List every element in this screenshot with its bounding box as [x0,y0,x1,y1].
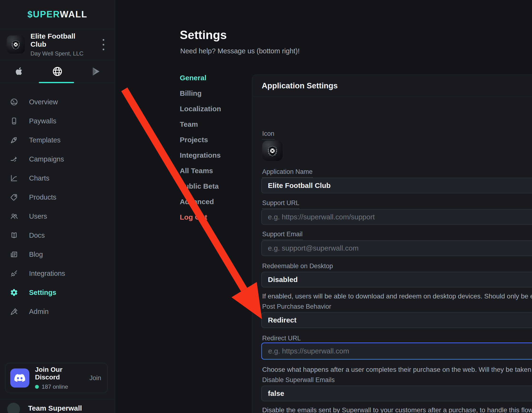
sidebar-nav: Overview Paywalls Templates Campaigns [0,83,115,321]
panel-header: Application Settings [252,75,532,97]
support-url-input[interactable] [261,209,532,225]
sidebar-item-blog[interactable]: Blog [0,245,115,264]
sidebar-item-admin[interactable]: Admin [0,302,115,321]
team-name: Team Superwall [28,403,82,412]
gear-icon [10,288,19,297]
workspace-name: Elite Football Club [30,32,93,48]
sidebar-item-products[interactable]: Products [0,188,115,207]
page-title: Settings [180,28,227,42]
redeemable-helper-text: If enabled, users will be able to downlo… [262,292,532,300]
redirect-url-input[interactable] [261,343,532,360]
application-icon-upload[interactable] [262,141,283,161]
workspace-switcher[interactable]: Elite Football Club Day Well Spent, LLC [0,29,115,60]
redirect-url-helper-text: Choose what happens after a user complet… [262,366,532,374]
chart-icon [10,174,19,183]
tab-web[interactable] [38,60,77,83]
panel-body: Icon Application Name [252,97,532,413]
sidebar-item-label: Settings [29,289,56,297]
discord-logo-icon [14,374,26,382]
workspace-meta: Elite Football Club Day Well Spent, LLC [30,32,93,57]
sidebar-spacer [0,321,115,363]
application-settings-panel: Application Settings Icon [252,75,532,413]
sidebar-item-paywalls[interactable]: Paywalls [0,111,115,131]
discord-title: Join Our Discord [35,366,84,381]
sidebar-item-label: Templates [29,136,60,144]
sidebar-item-label: Campaigns [29,155,64,163]
subnav-localization[interactable]: Localization [180,105,221,120]
subnav-billing[interactable]: Billing [180,89,221,105]
sidebar-item-campaigns[interactable]: Campaigns [0,150,115,169]
tab-android[interactable] [76,60,115,83]
sidebar-item-settings[interactable]: Settings [0,283,115,302]
logo-white-text: WALL [60,9,87,19]
phone-icon [10,116,19,125]
redeemable-on-desktop-label: Redeemable on Desktop [262,262,333,270]
discord-meta: Join Our Discord 187 online [35,366,84,390]
settings-subnav: General Billing Localization Team Projec… [180,74,221,229]
icon-label: Icon [262,130,274,140]
discord-online-status: 187 online [35,384,84,390]
book-icon [10,231,19,240]
apple-icon [14,66,24,77]
sidebar-item-label: Overview [29,98,58,106]
gauge-icon [10,97,19,106]
disable-superwall-emails-label: Disable Superwall Emails [262,376,335,384]
redirect-url-label: Redirect URL [262,335,301,342]
workspace-company: Day Well Spent, LLC [30,50,93,57]
panel-title: Application Settings [262,81,338,90]
discord-icon [10,368,29,387]
sidebar-item-integrations[interactable]: Integrations [0,264,115,283]
post-purchase-behavior-label: Post Purchase Behavior [262,303,331,310]
newspaper-icon [10,250,19,259]
disable-emails-helper-text: Disable the emails sent by Superwall to … [262,406,532,413]
subnav-integrations[interactable]: Integrations [180,151,221,167]
sidebar-item-label: Admin [29,308,48,316]
team-avatar [7,403,20,413]
sidebar-item-label: Docs [29,231,45,239]
sidebar-item-templates[interactable]: Templates [0,131,115,150]
sidebar-item-overview[interactable]: Overview [0,92,115,111]
sidebar-item-users[interactable]: Users [0,207,115,226]
online-count: 187 online [42,384,68,390]
subnav-team[interactable]: Team [180,120,221,136]
subnav-public-beta[interactable]: Public Beta [180,182,221,198]
superwall-logo: $UPERWALL [27,9,87,19]
subnav-projects[interactable]: Projects [180,136,221,151]
sidebar-item-label: Paywalls [29,117,56,125]
sidebar-item-docs[interactable]: Docs [0,226,115,245]
google-play-icon [91,67,101,77]
redeemable-on-desktop-select[interactable]: Disabled [261,272,532,288]
sidebar-item-label: Blog [29,250,43,259]
discord-banner[interactable]: Join Our Discord 187 online Join [5,363,108,393]
discord-join-button[interactable]: Join [89,375,101,382]
platform-tabs [0,60,115,83]
workspace-menu-kebab-icon[interactable] [99,39,108,50]
sidebar-item-charts[interactable]: Charts [0,169,115,188]
subnav-general[interactable]: General [180,74,221,89]
application-name-input[interactable] [261,178,532,193]
main-content: Settings Need help? Message us (bottom r… [115,0,532,413]
support-email-input[interactable] [261,240,532,256]
team-account-row[interactable]: Team Superwall [0,399,115,413]
sidebar-item-label: Users [29,212,47,220]
tab-apple[interactable] [0,60,38,83]
sidebar-item-label: Products [29,193,56,201]
online-dot-icon [35,385,39,389]
subnav-all-teams[interactable]: All Teams [180,167,221,182]
globe-icon [52,66,63,77]
disable-superwall-emails-select[interactable]: false [261,386,532,401]
workspace-app-icon [7,36,25,54]
split-arrow-icon [10,154,19,164]
post-purchase-behavior-select[interactable]: Redirect [261,312,532,328]
logo-area: $UPERWALL [0,0,115,29]
football-club-emblem-icon [9,38,22,51]
users-icon [10,212,19,221]
sidebar: $UPERWALL Elite Football Club [0,0,115,413]
subnav-log-out[interactable]: Log Out [180,213,221,229]
active-tab-underline [39,82,74,83]
gavel-icon [10,307,19,316]
sidebar-item-label: Integrations [29,270,65,278]
subnav-advanced[interactable]: Advanced [180,198,221,213]
tag-icon [10,193,19,202]
logo-teal-text: $UPER [27,9,60,19]
